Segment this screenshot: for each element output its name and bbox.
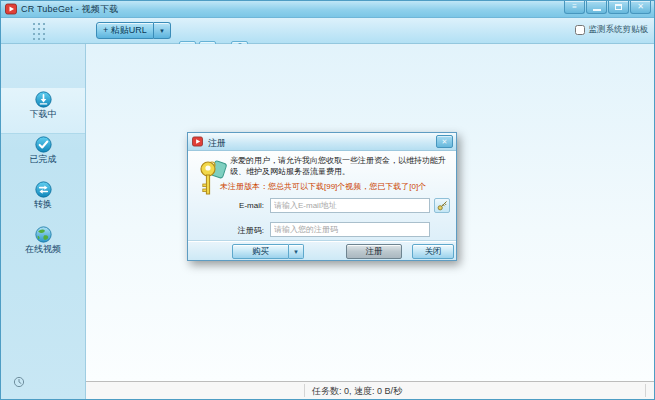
globe-icon [35, 226, 52, 243]
dialog-body: 亲爱的用户，请允许我向您收取一些注册资金，以维持功能升级、维护及网站服务器流量费… [188, 151, 456, 241]
sidebar-item-online-video[interactable]: 在线视频 [1, 223, 85, 268]
sidebar-item-convert[interactable]: 转换 [1, 178, 85, 223]
close-button[interactable]: 关闭 [412, 244, 454, 259]
app-icon [5, 3, 17, 15]
convert-icon [35, 181, 52, 198]
download-icon [35, 91, 52, 108]
unregistered-notice: 未注册版本：您总共可以下载[99]个视频，您已下载了[0]个 [220, 181, 426, 192]
drag-grip-icon[interactable] [32, 22, 47, 40]
app-window: CR TubeGet - 视频下载 ≡ ✕ + 粘贴URL ▼ ▶ [0, 0, 655, 400]
email-label: E-mail: [192, 201, 264, 210]
statusbar-divider [304, 384, 305, 397]
regcode-field[interactable] [270, 222, 430, 237]
clock-icon[interactable] [13, 376, 25, 388]
menu-icon[interactable]: ≡ [564, 1, 585, 14]
status-tasks-text: 任务数: 0, 速度: 0 B/秒 [312, 385, 402, 398]
close-icon[interactable]: ✕ [630, 1, 651, 14]
statusbar: 任务数: 0, 速度: 0 B/秒 [86, 381, 654, 399]
register-button[interactable]: 注册 [346, 244, 402, 259]
email-field[interactable] [270, 198, 430, 213]
statusbar-divider [645, 384, 646, 397]
maximize-icon[interactable] [608, 1, 629, 14]
key-icon [437, 200, 448, 211]
key-with-tag-icon [198, 156, 230, 200]
sidebar-item-label: 转换 [1, 199, 85, 209]
buy-dropdown[interactable]: ▼ [289, 244, 304, 259]
dialog-app-icon [192, 136, 203, 147]
window-title: CR TubeGet - 视频下载 [21, 3, 118, 16]
buy-button[interactable]: 购买 [232, 244, 289, 259]
request-code-button[interactable] [434, 198, 450, 213]
sidebar-item-label: 下载中 [1, 109, 85, 119]
dialog-titlebar: 注册 ✕ [188, 133, 456, 151]
clipboard-monitor-toggle[interactable]: 监测系统剪贴板 [575, 24, 649, 36]
paste-url-button[interactable]: + 粘贴URL [96, 22, 154, 39]
dialog-title: 注册 [208, 137, 226, 150]
dialog-message: 亲爱的用户，请允许我向您收取一些注册资金，以维持功能升级、维护及网站服务器流量费… [230, 155, 452, 177]
clipboard-monitor-label: 监测系统剪贴板 [589, 24, 649, 36]
dialog-close-icon[interactable]: ✕ [436, 135, 453, 148]
window-controls: ≡ ✕ [564, 1, 651, 14]
titlebar: CR TubeGet - 视频下载 ≡ ✕ [1, 1, 654, 18]
toolbar: + 粘贴URL ▼ ▶ 监测系统剪贴板 [1, 18, 654, 44]
minimize-icon[interactable] [586, 1, 607, 14]
register-dialog: 注册 ✕ 亲爱的用户，请允许我向您收取一些注册资金，以维持功能升级、维护及网站服… [187, 132, 457, 261]
dialog-footer: 购买 ▼ 注册 关闭 [188, 241, 456, 260]
paste-url-dropdown[interactable]: ▼ [154, 22, 171, 39]
regcode-label: 注册码: [192, 225, 264, 236]
sidebar: 下载中 已完成 转换 [1, 44, 86, 399]
check-icon [35, 136, 52, 153]
sidebar-item-completed[interactable]: 已完成 [1, 133, 85, 178]
sidebar-item-downloading[interactable]: 下载中 [1, 88, 85, 133]
sidebar-item-label: 已完成 [1, 154, 85, 164]
clipboard-monitor-checkbox[interactable] [575, 25, 585, 35]
regcode-row: 注册码: [188, 222, 456, 238]
email-row: E-mail: [188, 198, 456, 214]
sidebar-item-label: 在线视频 [1, 244, 85, 254]
